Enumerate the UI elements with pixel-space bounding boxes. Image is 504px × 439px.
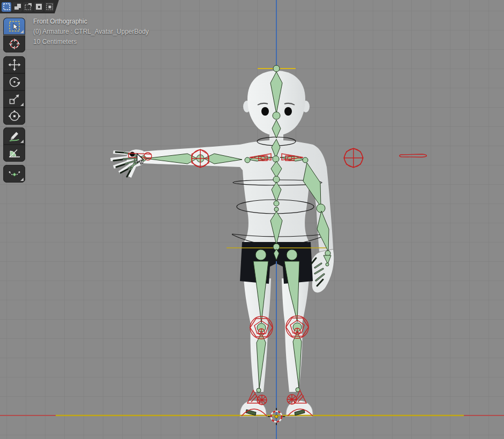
3d-cursor-icon <box>7 37 21 51</box>
select-mode-invert[interactable] <box>34 2 43 12</box>
viewport-3d[interactable] <box>0 0 504 439</box>
eye-left <box>261 107 269 116</box>
tool-select-box[interactable] <box>3 18 25 35</box>
viewport-text-overlay: Front Orthographic (0) Armature : CTRL_A… <box>33 17 149 47</box>
transform-icon <box>7 109 21 123</box>
view-label: Front Orthographic <box>33 17 149 27</box>
active-object-label: (0) Armature : CTRL_Avatar_UpperBody <box>33 27 149 37</box>
select-mode-extend[interactable] <box>12 2 22 12</box>
select-mode-subtract[interactable] <box>23 2 33 12</box>
select-mode-set[interactable] <box>2 2 11 12</box>
select-mode-intersect[interactable] <box>44 2 54 12</box>
scale-icon <box>7 92 21 106</box>
pose-curve-icon <box>7 167 21 181</box>
tool-annotate[interactable] <box>3 127 25 145</box>
tool-pose-breakdowner[interactable] <box>3 165 25 183</box>
tool-settings-bar <box>0 0 60 13</box>
blender-3d-viewport-app: { "header": { "select_modes": [ {"name":… <box>0 0 504 439</box>
annotate-pencil-icon <box>7 129 21 143</box>
move-icon <box>7 58 21 72</box>
elbow-control-left[interactable] <box>192 149 209 168</box>
eye-right <box>284 107 292 116</box>
tool-measure[interactable] <box>3 145 25 162</box>
grid-scale-label: 10 Centimeters <box>33 37 149 47</box>
tool-scale[interactable] <box>3 90 25 108</box>
measure-icon <box>7 146 21 160</box>
select-box-icon <box>7 19 21 33</box>
tool-cursor[interactable] <box>3 35 25 52</box>
rotate-icon <box>7 75 21 89</box>
tool-transform[interactable] <box>3 108 25 125</box>
tool-rotate[interactable] <box>3 73 25 90</box>
pole-target-control[interactable] <box>344 148 363 168</box>
tool-move[interactable] <box>3 56 25 73</box>
